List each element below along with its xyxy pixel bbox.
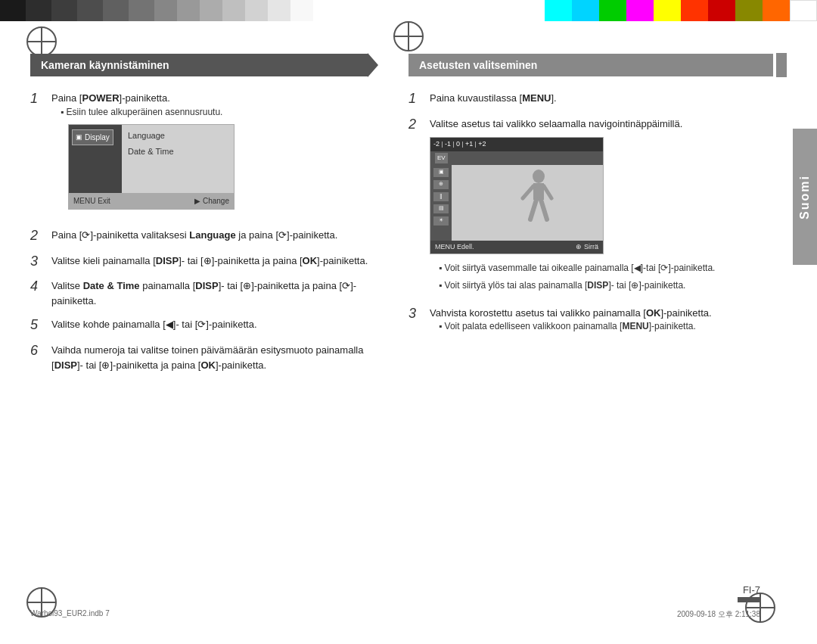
step-number-3: 3 bbox=[30, 254, 47, 270]
ev-indicator: EV bbox=[430, 151, 603, 165]
right-step-2: 2 Valitse asetus tai valikko selaamalla … bbox=[408, 117, 787, 297]
right-step-3-content: Vahvista korostettu asetus tai valikko p… bbox=[430, 306, 787, 338]
camera-screen-left: ▣ Display Language Date & Time MENU Exit… bbox=[68, 124, 235, 210]
step-1-subbullet: Esiin tulee alkuperäinen asennusruutu. bbox=[61, 106, 378, 119]
right-step-3: 3 Vahvista korostettu asetus tai valikko… bbox=[408, 306, 787, 338]
right-step-1: 1 Paina kuvaustilassa [MENU]. bbox=[408, 91, 787, 107]
sidebar-label: Suomi bbox=[798, 175, 812, 219]
ev-bar: -2 -1 0 +1 +2 bbox=[430, 138, 603, 151]
step-number-4: 4 bbox=[30, 278, 47, 295]
bottom-color-bar bbox=[0, 627, 817, 644]
right-column: Asetusten valitseminen 1 Paina kuvaustil… bbox=[408, 53, 787, 347]
left-step-6: 6 Vaihda numeroja tai valitse toinen päi… bbox=[30, 343, 378, 372]
right-step-number-2: 2 bbox=[408, 117, 425, 133]
crosshair-top-left bbox=[26, 26, 57, 57]
top-color-bar bbox=[0, 0, 817, 21]
ev-label: EV bbox=[435, 153, 448, 163]
page-number: FI-7 bbox=[738, 584, 760, 596]
footer-change: ▶ Change bbox=[194, 195, 229, 207]
svg-line-2 bbox=[523, 186, 533, 198]
step-6-content: Vaihda numeroja tai valitse toinen päivä… bbox=[51, 343, 378, 372]
right-step-3-sub1: Voit palata edelliseen valikkoon painama… bbox=[439, 320, 787, 333]
left-step-5: 5 Valitse kohde painamalla [◀]- tai [⟳]-… bbox=[30, 317, 378, 334]
cam-icon-1: ▣ bbox=[433, 168, 449, 177]
camera-menu-right: Language Date & Time bbox=[122, 125, 234, 193]
footer-left: Warhol93_EUR2.indb 7 bbox=[30, 609, 110, 620]
menu-item-datetime: Date & Time bbox=[128, 145, 228, 158]
display-button: ▣ Display bbox=[72, 129, 113, 145]
left-step-4: 4 Valitse Date & Time painamalla [DISP]-… bbox=[30, 278, 378, 308]
sidebar-suomi: Suomi bbox=[793, 129, 817, 265]
footer-edell: MENU Edell. bbox=[435, 242, 474, 253]
right-step-2-sub2: Voit siirtyä ylös tai alas painamalla [D… bbox=[439, 279, 787, 292]
cam-icon-2: ⊕ bbox=[433, 180, 449, 189]
cam-icon-4: ▤ bbox=[433, 204, 449, 213]
svg-line-5 bbox=[541, 200, 547, 219]
step-1-content: Paina [POWER]-painiketta. Esiin tulee al… bbox=[51, 91, 378, 219]
left-step-1: 1 Paina [POWER]-painiketta. Esiin tulee … bbox=[30, 91, 378, 219]
camera-figure-area bbox=[452, 165, 603, 241]
footer-right: 2009-09-18 오후 2:11:38 bbox=[677, 609, 760, 620]
right-step-2-sub1: Voit siirtyä vasemmalle tai oikealle pai… bbox=[439, 262, 787, 275]
left-section-arrow bbox=[368, 53, 378, 77]
page-number-area: FI-7 bbox=[738, 584, 760, 602]
step-number-6: 6 bbox=[30, 343, 47, 359]
left-section-header: Kameran käynnistäminen bbox=[30, 53, 378, 77]
footer-sirra: ⊕ Sirrä bbox=[576, 242, 598, 253]
camera-right-content: ▣ ⊕ ‖ ▤ ☀ bbox=[430, 165, 603, 241]
left-section-title: Kameran käynnistäminen bbox=[30, 54, 368, 76]
page-number-bar bbox=[738, 597, 760, 602]
camera-right-footer: MENU Edell. ⊕ Sirrä bbox=[430, 241, 603, 254]
step-5-content: Valitse kohde painamalla [◀]- tai [⟳]-pa… bbox=[51, 317, 378, 332]
right-step-2-content: Valitse asetus tai valikko selaamalla na… bbox=[430, 117, 787, 297]
step-2-content: Paina [⟳]-painiketta valitaksesi Languag… bbox=[51, 228, 378, 243]
right-section-square bbox=[776, 53, 787, 77]
right-step-1-content: Paina kuvaustilassa [MENU]. bbox=[430, 91, 787, 106]
camera-menu-left: ▣ Display bbox=[69, 125, 122, 193]
footer-exit: MENU Exit bbox=[73, 195, 110, 207]
crosshair-top-center bbox=[393, 21, 424, 51]
left-step-2: 2 Paina [⟳]-painiketta valitaksesi Langu… bbox=[30, 228, 378, 244]
step-4-content: Valitse Date & Time painamalla [DISP]- t… bbox=[51, 278, 378, 308]
cam-icon-5: ☀ bbox=[433, 216, 449, 226]
left-step-3: 3 Valitse kieli painamalla [DISP]- tai [… bbox=[30, 254, 378, 270]
camera-icons-left: ▣ ⊕ ‖ ▤ ☀ bbox=[430, 165, 452, 241]
page-footer: Warhol93_EUR2.indb 7 2009-09-18 오후 2:11:… bbox=[30, 609, 760, 620]
figure-silhouette bbox=[452, 165, 603, 241]
menu-item-language: Language bbox=[128, 129, 228, 142]
svg-point-0 bbox=[533, 170, 545, 183]
step-number-2: 2 bbox=[30, 228, 47, 244]
right-step-number-1: 1 bbox=[408, 91, 425, 107]
camera-screen-right: -2 -1 0 +1 +2 EV bbox=[430, 137, 604, 254]
right-section-header: Asetusten valitseminen bbox=[408, 53, 787, 77]
cam-icon-3: ‖ bbox=[433, 192, 449, 201]
step-3-content: Valitse kieli painamalla [DISP]- tai [⊕]… bbox=[51, 254, 378, 269]
svg-line-4 bbox=[530, 200, 536, 219]
svg-line-3 bbox=[544, 186, 551, 198]
step-number-5: 5 bbox=[30, 317, 47, 334]
main-content: Kameran käynnistäminen 1 Paina [POWER]-p… bbox=[30, 53, 787, 599]
display-label: Display bbox=[85, 132, 110, 143]
right-section-title: Asetusten valitseminen bbox=[408, 54, 773, 76]
left-column: Kameran käynnistäminen 1 Paina [POWER]-p… bbox=[30, 53, 378, 381]
right-step-number-3: 3 bbox=[408, 306, 425, 322]
step-number-1: 1 bbox=[30, 91, 47, 107]
camera-screen-footer: MENU Exit ▶ Change bbox=[69, 193, 234, 209]
